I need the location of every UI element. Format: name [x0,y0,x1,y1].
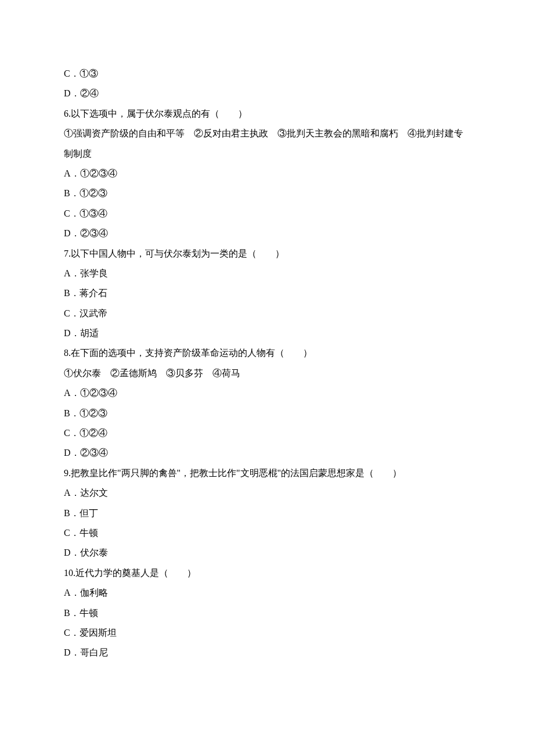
q9-option-c: C．牛顿 [64,523,470,543]
q10-option-d: D．哥白尼 [64,643,470,663]
q8-option-d: D．②③④ [64,443,470,463]
q10-option-a: A．伽利略 [64,583,470,603]
question-6-statements: ①强调资产阶级的自由和平等 ②反对由君主执政 ③批判天主教会的黑暗和腐朽 ④批判… [64,124,470,164]
question-8: 8.在下面的选项中，支持资产阶级革命运动的人物有（ ） [64,343,470,363]
option-d: D．②④ [64,84,470,103]
q6-option-b: B．①②③ [64,183,470,203]
question-9: 9.把教皇比作"两只脚的禽兽"，把教士比作"文明恶棍"的法国启蒙思想家是（ ） [64,463,470,483]
question-8-statements: ①伏尔泰 ②孟德斯鸠 ③贝多芬 ④荷马 [64,363,470,383]
q9-option-d: D．伏尔泰 [64,543,470,563]
q9-option-b: B．但丁 [64,503,470,523]
q9-option-a: A．达尔文 [64,483,470,503]
q7-option-b: B．蒋介石 [64,283,470,303]
q7-option-c: C．汉武帝 [64,304,470,323]
question-10: 10.近代力学的奠基人是（ ） [64,563,470,583]
question-6: 6.以下选项中，属于伏尔泰观点的有（ ） [64,104,470,124]
q6-option-a: A．①②③④ [64,164,470,183]
q7-option-a: A．张学良 [64,264,470,283]
q8-option-b: B．①②③ [64,404,470,423]
q7-option-d: D．胡适 [64,323,470,343]
document-body: C．①③ D．②④ 6.以下选项中，属于伏尔泰观点的有（ ） ①强调资产阶级的自… [64,64,470,663]
q6-option-d: D．②③④ [64,224,470,243]
q8-option-c: C．①②④ [64,423,470,443]
q8-option-a: A．①②③④ [64,383,470,403]
q10-option-b: B．牛顿 [64,603,470,623]
q10-option-c: C．爱因斯坦 [64,623,470,643]
q6-option-c: C．①③④ [64,204,470,224]
option-c: C．①③ [64,64,470,84]
question-7: 7.以下中国人物中，可与伏尔泰划为一类的是（ ） [64,244,470,264]
